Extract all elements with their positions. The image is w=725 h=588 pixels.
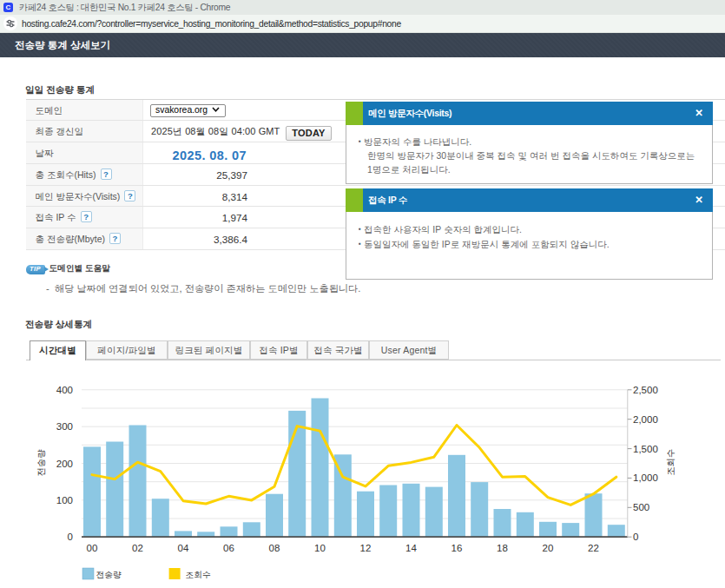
svg-text:전송량: 전송량 <box>36 449 46 477</box>
svg-text:2,000: 2,000 <box>633 414 658 425</box>
svg-text:22: 22 <box>588 543 599 553</box>
svg-text:0: 0 <box>633 532 638 542</box>
svg-text:10: 10 <box>314 543 326 553</box>
svg-text:20: 20 <box>543 543 554 553</box>
svg-text:2,500: 2,500 <box>633 385 658 395</box>
svg-text:0: 0 <box>68 532 73 542</box>
svg-text:06: 06 <box>223 543 234 553</box>
svg-text:전송량: 전송량 <box>96 570 122 579</box>
svg-text:16: 16 <box>451 543 463 553</box>
svg-text:1,000: 1,000 <box>633 472 658 483</box>
svg-text:400: 400 <box>56 385 73 395</box>
svg-text:04: 04 <box>178 543 189 553</box>
svg-text:100: 100 <box>56 495 73 505</box>
svg-text:14: 14 <box>405 543 417 553</box>
svg-text:500: 500 <box>633 502 649 512</box>
svg-text:1,500: 1,500 <box>633 444 658 454</box>
svg-text:02: 02 <box>132 543 143 553</box>
svg-text:00: 00 <box>87 543 98 553</box>
svg-text:12: 12 <box>360 543 372 553</box>
svg-text:조회수: 조회수 <box>186 570 212 579</box>
svg-text:18: 18 <box>497 543 508 553</box>
svg-text:08: 08 <box>269 543 280 553</box>
svg-text:300: 300 <box>56 421 73 432</box>
svg-text:200: 200 <box>56 459 73 469</box>
svg-text:조회수: 조회수 <box>666 449 676 476</box>
